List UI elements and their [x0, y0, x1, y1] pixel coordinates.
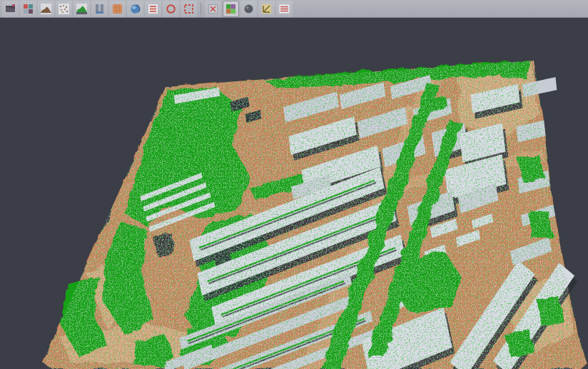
orthoimage-icon: [112, 4, 123, 14]
toolbar-button-cross-section[interactable]: [91, 1, 108, 17]
toolbar-button-point-density[interactable]: [56, 1, 72, 17]
point-colors-icon: [23, 4, 34, 14]
toolbar-separator: [201, 3, 201, 14]
toolbar-button-circle-selection[interactable]: [163, 1, 179, 17]
remove-lines-icon: [279, 4, 290, 14]
open-icon: [5, 4, 16, 14]
toolbar: [0, 0, 588, 18]
rectangle-selection-icon: [183, 4, 194, 14]
terrain-model-icon: [41, 4, 51, 14]
clip-icon: [208, 4, 218, 14]
circle-selection-icon: [166, 4, 176, 14]
toolbar-button-sphere-render[interactable]: [240, 1, 257, 17]
toolbar-button-open[interactable]: [2, 1, 19, 17]
application-window: [0, 0, 588, 369]
messages-icon: [148, 4, 158, 14]
toolbar-button-surface-model[interactable]: [74, 1, 90, 17]
point-noise-layer: [39, 57, 588, 369]
measure-icon: [261, 4, 272, 14]
viewport-3d[interactable]: [0, 18, 588, 369]
point-density-icon: [59, 4, 69, 14]
sphere-render-icon: [243, 4, 254, 14]
point-cloud-render: [0, 18, 588, 369]
toolbar-button-measure[interactable]: [258, 1, 275, 17]
globe-view-icon: [130, 4, 141, 14]
classification-icon: [225, 4, 236, 14]
toolbar-button-remove-lines[interactable]: [276, 1, 293, 17]
toolbar-button-orthoimage[interactable]: [109, 1, 126, 17]
cross-section-icon: [94, 4, 105, 14]
toolbar-button-terrain-model[interactable]: [38, 1, 54, 17]
toolbar-button-clip[interactable]: [205, 1, 221, 17]
toolbar-button-rectangle-selection[interactable]: [181, 1, 197, 17]
toolbar-button-messages[interactable]: [145, 1, 161, 17]
surface-model-icon: [76, 4, 87, 14]
toolbar-button-point-colors[interactable]: [20, 1, 36, 17]
toolbar-button-globe-view[interactable]: [127, 1, 143, 17]
toolbar-button-classification[interactable]: [223, 1, 239, 17]
